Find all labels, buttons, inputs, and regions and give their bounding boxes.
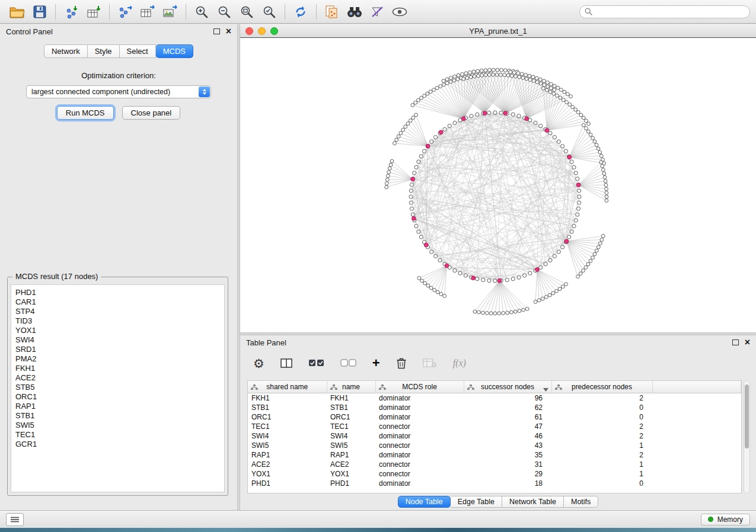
mcds-result-item[interactable]: ACE2 (15, 373, 223, 383)
table-row[interactable]: STB1STB1dominator620 (248, 403, 741, 412)
copy-document-icon[interactable] (321, 2, 343, 21)
close-panel-icon[interactable]: × (226, 27, 231, 36)
refresh-icon[interactable] (289, 2, 312, 21)
tab-style[interactable]: Style (88, 44, 120, 58)
table-cell: RAP1 (327, 450, 375, 460)
tab-motifs[interactable]: Motifs (564, 496, 598, 508)
mcds-result-item[interactable]: CAR1 (15, 297, 223, 307)
mcds-result-item[interactable]: PHD1 (15, 288, 223, 297)
mcds-result-item[interactable]: GCR1 (15, 440, 223, 449)
criterion-dropdown-value: largest connected component (undirected) (27, 88, 199, 96)
search-icon (585, 8, 592, 15)
table-row[interactable]: FKH1FKH1dominator962 (248, 393, 741, 403)
column-header-successor-nodes[interactable]: successor nodes (464, 381, 551, 393)
add-row-icon[interactable]: + (372, 357, 380, 370)
delete-row-icon[interactable] (396, 357, 407, 369)
criterion-dropdown[interactable]: largest connected component (undirected) (26, 85, 211, 98)
export-table-icon[interactable] (136, 2, 159, 21)
eye-icon[interactable] (388, 2, 411, 21)
table-row[interactable]: TEC1TEC1connector472 (248, 422, 741, 431)
table-row[interactable]: ORC1ORC1dominator610 (248, 412, 741, 422)
deselect-all-icon[interactable] (340, 359, 356, 367)
mcds-result-item[interactable]: RAP1 (15, 402, 223, 411)
sort-arrow-icon (543, 385, 548, 393)
table-cell: STB1 (248, 403, 327, 412)
column-header-label: successor nodes (464, 381, 551, 393)
float-panel-icon[interactable] (213, 28, 220, 34)
column-header-predecessor-nodes[interactable]: predecessor nodes (551, 381, 652, 393)
column-header-name[interactable]: name (327, 381, 375, 393)
table-cell: PHD1 (248, 479, 327, 488)
main-toolbar (0, 0, 756, 24)
mcds-result-list: PHD1CAR1STP4TID3YOX1SWI4SRD1PMA2FKH1ACE2… (11, 284, 225, 492)
binoculars-icon[interactable] (343, 2, 366, 21)
settings-gear-icon[interactable]: ⚙ (253, 357, 264, 370)
mcds-result-item[interactable]: TEC1 (15, 430, 223, 440)
table-row[interactable]: SWI4SWI4dominator462 (248, 431, 741, 441)
export-image-icon[interactable] (159, 2, 181, 21)
table-row[interactable]: PHD1PHD1dominator180 (248, 479, 741, 488)
import-network-icon[interactable] (60, 2, 82, 21)
table-panel-header: Table Panel × (240, 335, 756, 350)
mcds-result-item[interactable]: TID3 (15, 316, 223, 326)
open-folder-icon[interactable] (6, 2, 28, 21)
toolbar-separator (285, 4, 285, 20)
table-row[interactable]: SWI5SWI5connector431 (248, 441, 741, 450)
export-network-icon[interactable] (114, 2, 136, 21)
mcds-result-item[interactable]: FKH1 (15, 364, 223, 373)
tab-network-table[interactable]: Network Table (502, 496, 564, 508)
memory-button[interactable]: Memory (701, 514, 750, 525)
run-mcds-button[interactable]: Run MCDS (57, 106, 114, 120)
zoom-in-icon[interactable] (190, 2, 213, 21)
columns-icon[interactable] (280, 358, 292, 368)
column-header-shared-name[interactable]: shared name (248, 381, 327, 393)
tab-node-table[interactable]: Node Table (398, 496, 451, 508)
mcds-result-item[interactable]: PMA2 (15, 354, 223, 364)
mcds-result-item[interactable]: STB1 (15, 411, 223, 421)
table-cell: connector (375, 441, 464, 450)
import-table-icon[interactable] (82, 2, 105, 21)
float-table-panel-icon[interactable] (732, 339, 739, 345)
search-box (579, 5, 750, 18)
mcds-result-item[interactable]: SWI4 (15, 335, 223, 345)
table-cell: 1 (551, 469, 652, 479)
network-window: YPA_prune.txt_1 (240, 24, 756, 332)
select-all-icon[interactable] (308, 359, 324, 367)
mcds-result-item[interactable]: STP4 (15, 307, 223, 316)
status-menu-button[interactable] (6, 513, 24, 526)
close-panel-button[interactable]: Close panel (122, 106, 181, 120)
zoom-selected-icon[interactable] (258, 2, 280, 21)
mcds-result-item[interactable]: YOX1 (15, 326, 223, 335)
table-cell: connector (375, 460, 464, 469)
network-graph-svg[interactable] (240, 38, 756, 332)
search-input[interactable] (595, 7, 745, 17)
mcds-result-item[interactable]: SWI5 (15, 421, 223, 430)
filter-icon[interactable] (366, 2, 388, 21)
tab-network[interactable]: Network (44, 44, 88, 58)
table-cell: 46 (464, 431, 551, 441)
mcds-result-item[interactable]: STB5 (15, 383, 223, 392)
tab-mcds[interactable]: MCDS (156, 44, 193, 58)
close-table-panel-icon[interactable]: × (745, 338, 750, 347)
scrollbar-thumb[interactable] (745, 384, 749, 448)
mcds-result-item[interactable]: ORC1 (15, 392, 223, 402)
tab-edge-table[interactable]: Edge Table (451, 496, 502, 508)
table-cell-filler (652, 393, 741, 403)
table-scrollbar[interactable] (744, 380, 750, 493)
mcds-result-item[interactable]: SRD1 (15, 345, 223, 354)
zoom-fit-icon[interactable] (235, 2, 258, 21)
node-table: shared namenameMCDS rolesuccessor nodesp… (248, 381, 741, 488)
tab-select[interactable]: Select (120, 44, 156, 58)
control-panel: Control Panel × NetworkStyleSelectMCDS O… (0, 24, 237, 510)
toolbar-separator (316, 4, 317, 20)
network-canvas[interactable] (240, 38, 756, 332)
zoom-out-icon[interactable] (213, 2, 235, 21)
table-row[interactable]: RAP1RAP1dominator352 (248, 450, 741, 460)
mcds-result-title: MCDS result (17 nodes) (12, 272, 101, 281)
column-grid-icon (467, 384, 474, 392)
table-row[interactable]: ACE2ACE2connector311 (248, 460, 741, 469)
table-row[interactable]: YOX1YOX1connector291 (248, 469, 741, 479)
save-icon[interactable] (28, 2, 51, 21)
table-toolbar: ⚙+f(x) (240, 351, 756, 376)
column-header-MCDS-role[interactable]: MCDS role (375, 381, 464, 393)
